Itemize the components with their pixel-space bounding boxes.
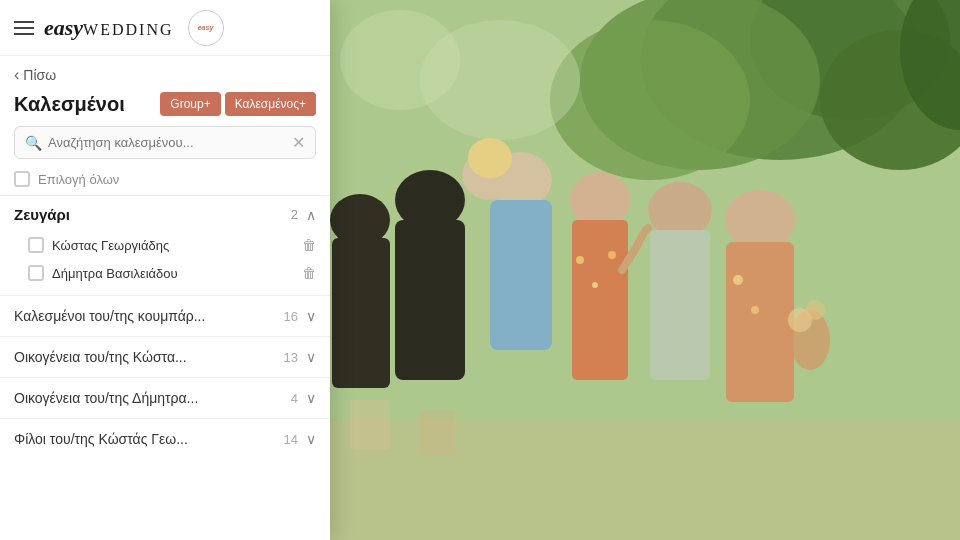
title-row: Καλεσμένοι Group+ Καλεσμένος+ xyxy=(0,88,330,126)
group-collapsed-oikogenia1[interactable]: Οικογένεια του/της Κώστα... 13 ∨ xyxy=(0,336,330,377)
hamburger-menu[interactable] xyxy=(14,21,34,35)
group-header-zeugari[interactable]: Ζευγάρι 2 ∧ xyxy=(0,196,330,231)
guest-checkbox-2[interactable] xyxy=(28,265,44,281)
guest-item: Κώστας Γεωργιάδης 🗑 xyxy=(0,231,330,259)
chevron-up-icon: ∧ xyxy=(306,207,316,223)
search-icon: 🔍 xyxy=(25,135,42,151)
logo-easy: easy xyxy=(44,15,83,40)
chevron-down-icon-2: ∨ xyxy=(306,349,316,365)
chevron-down-icon-4: ∨ xyxy=(306,431,316,447)
group-count-oikogenia1: 13 xyxy=(284,350,298,365)
chevron-down-icon: ∨ xyxy=(306,308,316,324)
header-bar: easyWEDDING easy xyxy=(0,0,330,56)
group-title-koubar: Καλεσμένοι του/της κουμπάρ... xyxy=(14,308,284,324)
select-all-checkbox[interactable] xyxy=(14,171,30,187)
back-button[interactable]: ‹ Πίσω xyxy=(0,56,330,88)
search-bar: 🔍 ✕ xyxy=(14,126,316,159)
logo-badge: easy xyxy=(188,10,224,46)
delete-icon-1[interactable]: 🗑 xyxy=(302,237,316,253)
svg-rect-34 xyxy=(230,0,960,540)
group-title-oikogenia1: Οικογένεια του/της Κώστα... xyxy=(14,349,284,365)
logo: easyWEDDING xyxy=(44,15,174,41)
select-all-row: Επιλογή όλων xyxy=(0,167,330,195)
main-panel: easyWEDDING easy ‹ Πίσω Καλεσμένοι Group… xyxy=(0,0,330,540)
back-chevron-icon: ‹ xyxy=(14,66,19,84)
group-collapsed-oikogenia2[interactable]: Οικογένεια του/της Δήμητρα... 4 ∨ xyxy=(0,377,330,418)
guest-item: Δήμητρα Βασιλειάδου 🗑 xyxy=(0,259,330,287)
delete-icon-2[interactable]: 🗑 xyxy=(302,265,316,281)
group-count-filoi: 14 xyxy=(284,432,298,447)
group-title-oikogenia2: Οικογένεια του/της Δήμητρα... xyxy=(14,390,291,406)
guest-name-1: Κώστας Γεωργιάδης xyxy=(52,238,294,253)
page-title: Καλεσμένοι xyxy=(14,93,152,116)
group-title-zeugari: Ζευγάρι xyxy=(14,206,291,223)
groups-list: Ζευγάρι 2 ∧ Κώστας Γεωργιάδης 🗑 Δήμητρα … xyxy=(0,196,330,540)
guest-checkbox-1[interactable] xyxy=(28,237,44,253)
search-clear-icon[interactable]: ✕ xyxy=(292,133,305,152)
group-collapsed-koubar[interactable]: Καλεσμένοι του/της κουμπάρ... 16 ∨ xyxy=(0,295,330,336)
select-all-label: Επιλογή όλων xyxy=(38,172,119,187)
group-count-oikogenia2: 4 xyxy=(291,391,298,406)
add-group-button[interactable]: Group+ xyxy=(160,92,220,116)
logo-wedding: WEDDING xyxy=(83,21,173,38)
group-title-filoi: Φίλοι του/της Κώστάς Γεω... xyxy=(14,431,284,447)
group-collapsed-filoi[interactable]: Φίλοι του/της Κώστάς Γεω... 14 ∨ xyxy=(0,418,330,459)
search-input[interactable] xyxy=(48,135,286,150)
action-buttons: Group+ Καλεσμένος+ xyxy=(160,92,316,116)
chevron-down-icon-3: ∨ xyxy=(306,390,316,406)
group-count-koubar: 16 xyxy=(284,309,298,324)
add-guest-button[interactable]: Καλεσμένος+ xyxy=(225,92,316,116)
back-label: Πίσω xyxy=(23,67,56,83)
guest-name-2: Δήμητρα Βασιλειάδου xyxy=(52,266,294,281)
group-count-zeugari: 2 xyxy=(291,207,298,222)
